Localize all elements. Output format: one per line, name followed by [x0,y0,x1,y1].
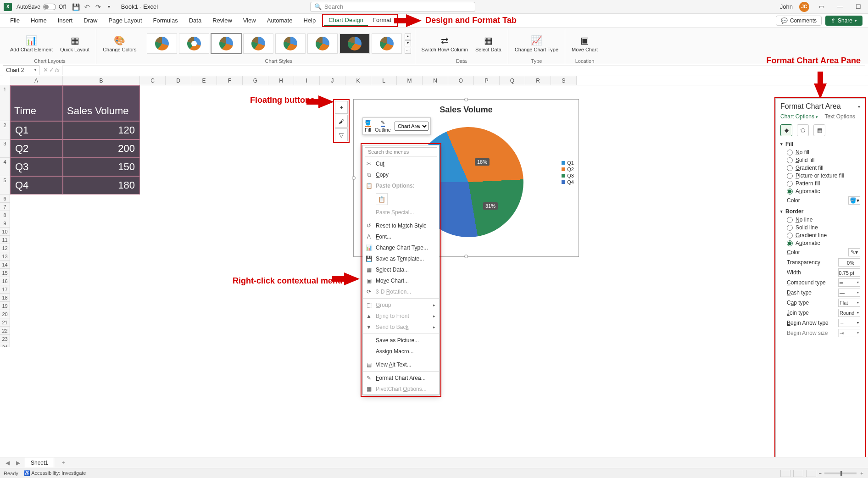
row-12[interactable]: 12 [0,244,10,252]
chart-options-tab[interactable]: Chart Options ▾ [780,113,818,120]
zoom-in-icon[interactable]: ＋ [859,470,864,477]
border-automatic[interactable]: Automatic [787,240,860,246]
cell-B4[interactable]: 150 [63,158,140,176]
border-gradient[interactable]: Gradient line [787,232,860,239]
fill-solid[interactable]: Solid fill [787,157,860,163]
fx-icon[interactable]: fx [55,67,60,73]
cell-A2[interactable]: Q1 [10,121,63,139]
row-18[interactable]: 18 [0,294,10,302]
chart-style-4[interactable] [243,33,273,54]
row-17[interactable]: 17 [0,285,10,294]
quick-layout-button[interactable]: ▦Quick Layout [57,33,92,53]
add-sheet-icon[interactable]: ＋ [61,459,66,467]
fill-section-header[interactable]: ▾Fill [780,141,860,147]
fill-gradient[interactable]: Gradient fill [787,165,860,171]
sheet-nav-next-icon[interactable]: ▶ [14,460,22,466]
resize-handle[interactable] [352,176,356,180]
join-dropdown[interactable]: Round▾ [838,309,860,317]
table-header-time[interactable]: Time [10,85,63,121]
share-button[interactable]: ⇪Share▾ [825,16,862,26]
col-C[interactable]: C [140,76,166,85]
chart-style-2[interactable] [179,33,209,54]
tab-home[interactable]: Home [26,15,51,26]
begin-arrow-dropdown[interactable]: →▾ [838,319,860,327]
effects-icon[interactable]: ⬠ [797,124,809,136]
change-chart-type-button[interactable]: 📈Change Chart Type [512,33,561,53]
fill-color-picker[interactable]: 🪣▾ [848,196,860,205]
col-M[interactable]: M [397,76,423,85]
row-7[interactable]: 7 [0,203,10,211]
width-input[interactable]: 0.75 pt [838,268,860,277]
col-Q[interactable]: Q [500,76,525,85]
col-P[interactable]: P [474,76,500,85]
tab-insert[interactable]: Insert [53,15,78,26]
tab-page-layout[interactable]: Page Layout [104,15,147,26]
col-A[interactable]: A [10,76,63,85]
chart-style-5[interactable] [275,33,306,54]
text-options-tab[interactable]: Text Options [824,113,855,120]
menu-save-picture[interactable]: Save as Picture... [363,335,439,346]
menu-copy[interactable]: ⧉Copy [363,169,439,180]
cell-B3[interactable]: 200 [63,139,140,158]
tab-review[interactable]: Review [208,15,237,26]
ribbon-display-icon[interactable]: ▭ [816,2,828,12]
chart-legend[interactable]: Q1 Q2 Q3 Q4 [562,159,574,186]
styles-up-icon[interactable]: ▴ [405,33,411,39]
tab-data[interactable]: Data [184,15,206,26]
cell-A3[interactable]: Q2 [10,139,63,158]
tab-help[interactable]: Help [299,15,320,26]
tab-draw[interactable]: Draw [79,15,102,26]
menu-font[interactable]: AFont... [363,231,439,242]
size-properties-icon[interactable]: ▦ [813,124,825,136]
menu-change-chart-type[interactable]: 📊Change Chart Type... [363,242,439,253]
styles-down-icon[interactable]: ▾ [405,40,411,46]
dash-dropdown[interactable]: —▾ [838,289,860,297]
user-avatar[interactable]: JC [799,2,809,12]
border-color-picker[interactable]: ✎▾ [848,248,860,256]
save-icon[interactable]: 💾 [72,3,80,11]
row-23[interactable]: 23 [0,335,10,343]
user-name[interactable]: John [780,3,793,10]
menu-save-template[interactable]: 💾Save as Template... [363,253,439,264]
tab-automate[interactable]: Automate [262,15,297,26]
border-section-header[interactable]: ▾Border [780,208,860,215]
menu-move-chart[interactable]: ▣Move Chart... [363,275,439,286]
row-3[interactable]: 3 [0,139,10,158]
fill-picture[interactable]: Picture or texture fill [787,172,860,179]
change-colors-button[interactable]: 🎨Change Colors [100,33,139,53]
fill-automatic[interactable]: Automatic [787,188,860,195]
outline-button[interactable]: ✎Outline [375,120,391,133]
cell-B5[interactable]: 180 [63,176,140,195]
chart-filters-button[interactable]: ▽ [335,128,348,141]
transparency-input[interactable]: 0% [838,258,860,267]
chart-style-7[interactable] [339,33,370,54]
chart-style-3[interactable] [211,33,241,54]
col-S[interactable]: S [551,76,577,85]
resize-handle[interactable] [464,255,468,258]
sheet-tab-sheet1[interactable]: Sheet1 [25,458,54,467]
styles-more-icon[interactable]: ⋯ [405,48,411,54]
row-22[interactable]: 22 [0,327,10,335]
chart-style-6[interactable] [307,33,338,54]
redo-icon[interactable]: ↷ [95,3,102,11]
row-9[interactable]: 9 [0,219,10,228]
row-5[interactable]: 5 [0,176,10,195]
chart-title[interactable]: Sales Volume [354,105,579,115]
chart-elements-button[interactable]: ＋ [335,101,348,114]
paste-option-button[interactable]: 📋 [376,193,388,205]
menu-select-data[interactable]: ▦Select Data... [363,264,439,275]
qat-more-icon[interactable]: ▾ [106,3,113,11]
autosave-toggle[interactable]: AutoSave Off [17,4,66,10]
row-16[interactable]: 16 [0,277,10,285]
search-box[interactable]: 🔍 Search [310,2,475,12]
col-I[interactable]: I [294,76,320,85]
select-data-button[interactable]: ▦Select Data [473,33,504,53]
cell-A5[interactable]: Q4 [10,176,63,195]
zoom-slider[interactable] [824,472,857,474]
context-menu-search[interactable]: Search the menus [365,147,437,156]
row-4[interactable]: 4 [0,158,10,176]
menu-reset-style[interactable]: ↺Reset to Match Style [363,220,439,231]
page-break-view-icon[interactable] [806,470,816,477]
row-20[interactable]: 20 [0,310,10,318]
border-no-line[interactable]: No line [787,217,860,223]
